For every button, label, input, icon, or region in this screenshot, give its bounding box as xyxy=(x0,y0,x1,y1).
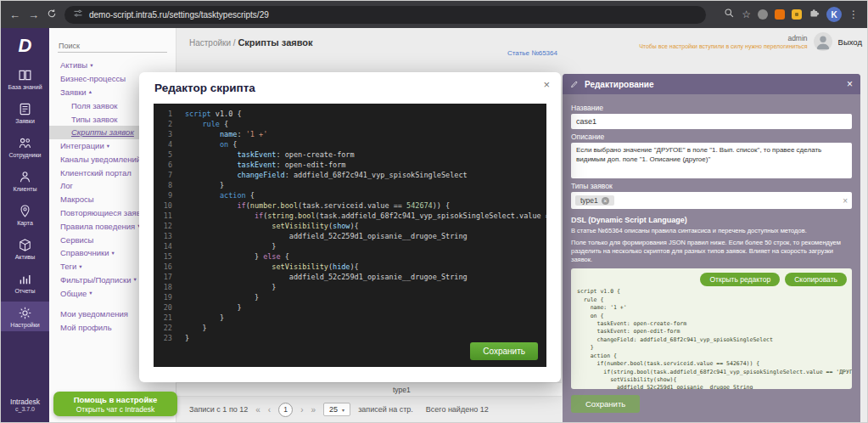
code-line: addfield_52c259d1_opisanie__drugoe_Strin… xyxy=(185,272,546,282)
code-line: if(number.bool(task.serviceid.value == 5… xyxy=(185,200,546,211)
sidebar-item-knowledge-base[interactable]: База знаний xyxy=(1,64,49,93)
name-label: Название xyxy=(571,104,852,112)
table-row[interactable]: type1 xyxy=(176,382,562,397)
line-number: 13 xyxy=(154,231,172,241)
line-number: 16 xyxy=(154,262,172,272)
nav-item-label: Поля заявок xyxy=(71,101,117,110)
url-bar[interactable]: demo-script.intra5.ru/settings/tasktypes… xyxy=(64,6,706,24)
nav-item-label: Мои уведомления xyxy=(60,309,128,319)
nav-item-label: Скрипты заявок xyxy=(71,127,134,137)
brand-name: Intradesk xyxy=(1,398,49,406)
sidebar-item-reports[interactable]: Отчеты xyxy=(1,268,49,297)
tasktypes-field[interactable]: type1 × × xyxy=(571,192,852,209)
code-line: } xyxy=(185,241,546,251)
refresh-icon[interactable] xyxy=(47,8,57,20)
modal-close-icon[interactable]: × xyxy=(543,78,550,91)
first-page-icon[interactable]: « xyxy=(255,405,260,415)
browser-profile-avatar[interactable]: K xyxy=(826,7,842,22)
line-number: 10 xyxy=(154,200,172,211)
bookmark-star-icon[interactable]: ☆ xyxy=(742,8,751,20)
sidebar-item-map[interactable]: Карта xyxy=(1,200,49,229)
panel-close-icon[interactable]: × xyxy=(847,78,853,90)
intradesk-logo[interactable]: D xyxy=(1,28,49,64)
line-number: 14 xyxy=(154,241,172,251)
open-editor-button[interactable]: Открыть редактор xyxy=(700,273,780,286)
line-number: 12 xyxy=(154,221,172,231)
nav-item-label: Сервисы xyxy=(60,235,93,245)
user-avatar[interactable] xyxy=(814,32,832,51)
script-preview[interactable]: script v1.0 { rule { name: '1 +' on { ta… xyxy=(571,268,852,390)
copy-button[interactable]: Скопировать xyxy=(785,273,847,286)
clients-icon xyxy=(18,170,32,184)
nav-item-label: Правила поведения xyxy=(60,222,135,231)
last-page-icon[interactable]: » xyxy=(311,405,316,415)
modal-save-button[interactable]: Сохранить xyxy=(470,342,538,360)
dsl-title: DSL (Dynamic Script Language) xyxy=(571,216,852,224)
site-info-icon[interactable] xyxy=(73,7,83,22)
code-line: changeField: addfield_68f2c941_vyp_spiso… xyxy=(185,170,546,180)
help-chat-button[interactable]: Помощь в настройке Открыть чат с Intrade… xyxy=(53,392,177,416)
chevron-icon: ▾ xyxy=(89,290,92,296)
code-line: if(string.bool(task.addfield_68f2c941_vy… xyxy=(185,211,546,221)
sidebar-item-settings[interactable]: Настройки xyxy=(1,302,49,331)
search-input[interactable] xyxy=(58,40,167,53)
field-clear-icon[interactable]: × xyxy=(843,196,848,206)
breadcrumb-separator: / xyxy=(233,38,236,48)
line-number: 5 xyxy=(154,149,172,160)
script-preview-code: script v1.0 { rule { name: '1 +' on { ta… xyxy=(577,288,846,389)
forward-icon[interactable]: → xyxy=(28,9,39,20)
page-size-select[interactable]: 25 ▾ xyxy=(323,403,350,416)
chevron-icon: ▾ xyxy=(79,263,81,270)
nav-item-label: Теги xyxy=(60,262,76,271)
logout-link[interactable]: Выход xyxy=(838,37,862,47)
sidebar-brand: Intradesk с_3.7.0 xyxy=(1,398,49,412)
nav-item-label: Справочники xyxy=(60,248,109,257)
code-line: taskEvent: open-edit-form xyxy=(185,160,546,170)
code-line: on { xyxy=(185,139,546,149)
sidebar-item-label: Клиенты xyxy=(13,186,36,192)
sidebar-item-clients[interactable]: Клиенты xyxy=(1,166,49,195)
nav-item-label: Заявки xyxy=(60,87,87,97)
extension-gray-icon[interactable] xyxy=(758,9,768,20)
code-line: } xyxy=(185,180,546,190)
sidebar-item-tickets[interactable]: Заявки xyxy=(1,98,49,127)
extension-yellow-icon[interactable] xyxy=(792,9,802,20)
line-number: 19 xyxy=(154,292,172,302)
code-editor[interactable]: 1234567891011121314151617181920212223 sc… xyxy=(154,104,546,367)
line-number: 7 xyxy=(154,170,172,180)
edit-panel-body: Название case1 Описание Если выбрано зна… xyxy=(563,94,860,422)
description-field[interactable]: Если выбрано значение "ДРУГОЕ" в поле "1… xyxy=(571,143,852,178)
breadcrumb-section[interactable]: Настройки xyxy=(189,38,231,48)
url-text: demo-script.intra5.ru/settings/tasktypes… xyxy=(89,10,269,20)
dsl-description-1: В статье №65364 описаны правила синтакси… xyxy=(571,227,852,235)
prev-page-icon[interactable]: ‹ xyxy=(268,405,271,415)
line-number: 9 xyxy=(154,190,172,200)
nav-item-label: Общие xyxy=(60,289,87,298)
code-line: } else { xyxy=(185,251,546,262)
panel-save-button[interactable]: Сохранить xyxy=(571,395,640,413)
extension-orange-icon[interactable] xyxy=(775,9,785,20)
code-line: rule { xyxy=(185,119,546,129)
sidebar-item-employees[interactable]: Сотрудники xyxy=(1,132,49,161)
breadcrumb: Настройки / Скрипты заявок xyxy=(189,37,313,48)
extensions-puzzle-icon[interactable] xyxy=(809,7,820,22)
code-lines[interactable]: script v1.0 { rule { name: '1 +' on { ta… xyxy=(176,104,546,367)
code-line: addfield_52c259d1_opisanie__drugoe_Strin… xyxy=(185,231,546,241)
zoom-icon[interactable] xyxy=(724,7,735,22)
next-page-icon[interactable]: › xyxy=(300,405,303,415)
browser-menu-icon[interactable]: ⋮ xyxy=(848,8,859,20)
tag-remove-icon[interactable]: × xyxy=(602,197,609,205)
app: D База знанийЗаявкиСотрудникиКлиентыКарт… xyxy=(1,28,867,422)
back-icon[interactable]: ← xyxy=(9,9,20,20)
line-number: 23 xyxy=(154,333,172,343)
chevron-icon: ▾ xyxy=(90,62,92,69)
article-link-fragment[interactable]: Статье №65364 xyxy=(507,49,557,57)
edit-panel: Редактирование × Название case1 Описание… xyxy=(563,74,860,422)
sidebar-item-assets[interactable]: Активы xyxy=(1,234,49,263)
name-field[interactable]: case1 xyxy=(571,114,852,129)
line-number: 20 xyxy=(154,302,172,313)
description-label: Описание xyxy=(571,133,852,141)
tasktype-tag[interactable]: type1 × xyxy=(575,195,614,206)
page-number[interactable]: 1 xyxy=(278,403,293,417)
nav-item[interactable]: Активы▾ xyxy=(49,59,176,72)
